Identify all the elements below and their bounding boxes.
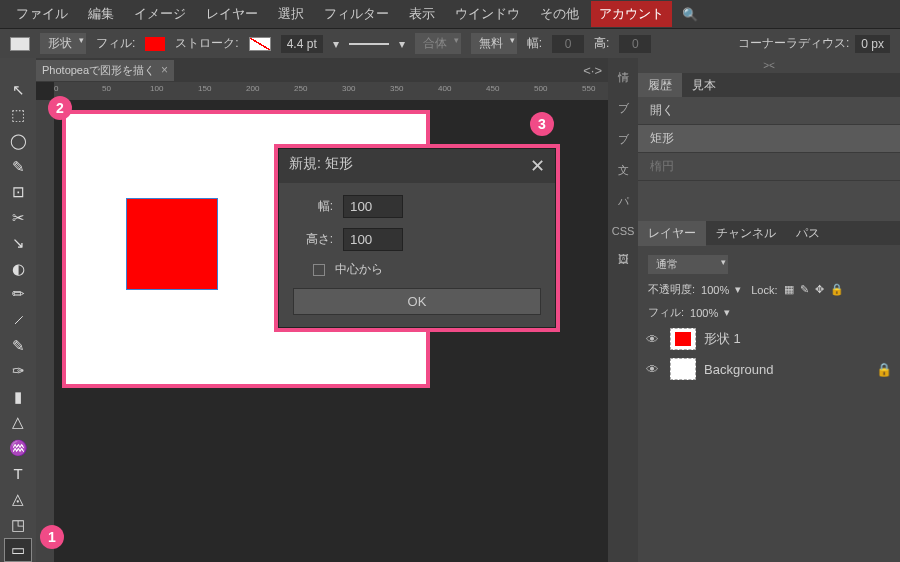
- type-tool[interactable]: T: [4, 462, 32, 486]
- document-tab[interactable]: Photopeaで図形を描く ×: [36, 60, 174, 81]
- lock-all-icon[interactable]: 🔒: [830, 283, 844, 296]
- fill-swatch[interactable]: [145, 37, 165, 51]
- tab-swatches[interactable]: 見本: [682, 73, 726, 98]
- ok-button[interactable]: OK: [293, 288, 541, 315]
- css-panel-icon[interactable]: CSS: [612, 225, 635, 237]
- crop-tool[interactable]: ⊡: [4, 180, 32, 204]
- corner-radius-field[interactable]: 0 px: [855, 35, 890, 53]
- menu-view[interactable]: 表示: [401, 1, 443, 27]
- chevron-down-icon[interactable]: ▾: [333, 37, 339, 51]
- lock-move-icon[interactable]: ✥: [815, 283, 824, 296]
- dialog-height-label: 高さ:: [293, 231, 333, 248]
- tool-bar: ↖ ⬚ ◯ ✎ ⊡ ✂ ↘ ◐ ✏ ⟋ ✎ ✑ ▮ △ ♒ T ◬ ◳ ▭: [0, 58, 36, 562]
- image-panel-icon[interactable]: 🖼: [618, 253, 629, 265]
- brush-panel-icon[interactable]: ブ: [618, 101, 629, 116]
- layer-thumbnail[interactable]: [670, 328, 696, 350]
- close-icon[interactable]: ×: [161, 63, 168, 77]
- menu-window[interactable]: ウインドウ: [447, 1, 528, 27]
- rect-select-tool[interactable]: ⬚: [4, 104, 32, 128]
- layer-row[interactable]: 👁 形状 1: [638, 324, 900, 354]
- dialog-width-input[interactable]: [343, 195, 403, 218]
- fill-label: フィル:: [96, 35, 135, 52]
- menu-layer[interactable]: レイヤー: [198, 1, 266, 27]
- brush-tool[interactable]: ◐: [4, 257, 32, 281]
- layer-fill-value[interactable]: 100%: [690, 307, 718, 319]
- layer-row[interactable]: 👁 Background 🔒: [638, 354, 900, 384]
- gradient-tool[interactable]: ✎: [4, 334, 32, 358]
- lock-icon[interactable]: 🔒: [876, 362, 892, 377]
- eyedropper-tool[interactable]: ✂: [4, 206, 32, 230]
- right-panels: >< 履歴 見本 開く 矩形 楕円 レイヤー チャンネル パス 通常 不透明度:…: [638, 58, 900, 562]
- search-icon[interactable]: 🔍: [682, 7, 698, 22]
- layer-name[interactable]: 形状 1: [704, 330, 741, 348]
- smudge-tool[interactable]: △: [4, 411, 32, 435]
- shape-mode-dropdown[interactable]: 形状: [40, 33, 86, 54]
- menu-filter[interactable]: フィルター: [316, 1, 397, 27]
- blend-mode-dropdown[interactable]: 通常: [648, 255, 728, 274]
- tab-overflow-icon[interactable]: <·>: [577, 63, 608, 78]
- para-panel-icon[interactable]: パ: [618, 194, 629, 209]
- collapsed-panels: 情 ブ ブ 文 パ CSS 🖼: [608, 58, 638, 562]
- opacity-value[interactable]: 100%: [701, 284, 729, 296]
- layer-fill-label: フィル:: [648, 305, 684, 320]
- clone-tool[interactable]: ✏: [4, 283, 32, 307]
- layer-thumbnail[interactable]: [670, 358, 696, 380]
- dodge-tool[interactable]: ▮: [4, 385, 32, 409]
- line-style-sample[interactable]: [349, 43, 389, 45]
- lasso-tool[interactable]: ◯: [4, 129, 32, 153]
- menu-image[interactable]: イメージ: [126, 1, 194, 27]
- callout-2: 2: [48, 96, 72, 120]
- stroke-swatch[interactable]: [249, 37, 271, 51]
- tab-paths[interactable]: パス: [786, 221, 830, 246]
- history-item[interactable]: 開く: [638, 97, 900, 125]
- char-panel-icon[interactable]: 文: [618, 163, 629, 178]
- width-field[interactable]: 0: [552, 35, 584, 53]
- history-item[interactable]: 楕円: [638, 153, 900, 181]
- layer-swatch-icon[interactable]: [10, 37, 30, 51]
- path-combine-dropdown[interactable]: 合体: [415, 33, 461, 54]
- dialog-height-input[interactable]: [343, 228, 403, 251]
- menu-other[interactable]: その他: [532, 1, 587, 27]
- menu-select[interactable]: 選択: [270, 1, 312, 27]
- chevron-down-icon[interactable]: ▾: [724, 306, 730, 319]
- close-icon[interactable]: ✕: [530, 155, 545, 177]
- heal-tool[interactable]: ↘: [4, 231, 32, 255]
- panel-collapse-icon[interactable]: ><: [638, 58, 900, 73]
- height-field[interactable]: 0: [619, 35, 651, 53]
- layer-name[interactable]: Background: [704, 362, 773, 377]
- callout-3: 3: [530, 112, 554, 136]
- red-rectangle-shape[interactable]: [126, 198, 218, 290]
- tab-layers[interactable]: レイヤー: [638, 221, 706, 246]
- menu-file[interactable]: ファイル: [8, 1, 76, 27]
- bucket-tool[interactable]: ♒: [4, 436, 32, 460]
- path-select-tool[interactable]: ◳: [4, 513, 32, 537]
- pen-tool[interactable]: ◬: [4, 487, 32, 511]
- document-tabs: Photopeaで図形を描く × <·>: [36, 58, 608, 82]
- lock-label: Lock:: [751, 284, 777, 296]
- lock-paint-icon[interactable]: ✎: [800, 283, 809, 296]
- eraser-tool[interactable]: ⟋: [4, 308, 32, 332]
- stroke-width-field[interactable]: 4.4 pt: [281, 35, 323, 53]
- info-panel-icon[interactable]: 情: [618, 70, 629, 85]
- chevron-down-icon[interactable]: ▾: [735, 283, 741, 296]
- wand-tool[interactable]: ✎: [4, 155, 32, 179]
- lock-transparent-icon[interactable]: ▦: [784, 283, 794, 296]
- visibility-icon[interactable]: 👁: [646, 362, 662, 377]
- menu-account[interactable]: アカウント: [591, 1, 672, 27]
- opacity-label: 不透明度:: [648, 282, 695, 297]
- history-item[interactable]: 矩形: [638, 125, 900, 153]
- callout-1: 1: [40, 525, 64, 549]
- free-dropdown[interactable]: 無料: [471, 33, 517, 54]
- width-label: 幅:: [527, 35, 542, 52]
- blur-tool[interactable]: ✑: [4, 359, 32, 383]
- visibility-icon[interactable]: 👁: [646, 332, 662, 347]
- rectangle-tool[interactable]: ▭: [4, 538, 32, 562]
- chevron-down-icon[interactable]: ▾: [399, 37, 405, 51]
- tab-history[interactable]: 履歴: [638, 73, 682, 98]
- tab-channels[interactable]: チャンネル: [706, 221, 786, 246]
- move-tool[interactable]: ↖: [4, 78, 32, 102]
- corner-radius-label: コーナーラディウス:: [738, 35, 849, 52]
- center-checkbox[interactable]: [313, 264, 325, 276]
- menu-edit[interactable]: 編集: [80, 1, 122, 27]
- brush2-panel-icon[interactable]: ブ: [618, 132, 629, 147]
